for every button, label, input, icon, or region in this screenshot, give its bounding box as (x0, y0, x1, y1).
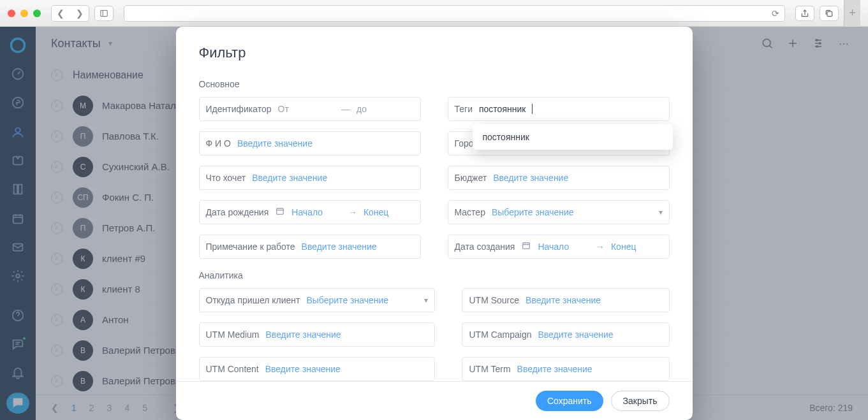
field-note[interactable]: Примечание к работе (199, 235, 421, 259)
close-window-icon[interactable] (8, 10, 15, 17)
back-button[interactable]: ❮ (52, 6, 70, 21)
field-created-start-input[interactable] (538, 242, 589, 252)
field-id-to-input[interactable] (357, 104, 413, 114)
field-created-end-input[interactable] (611, 242, 663, 252)
chevron-down-icon[interactable]: ▾ (424, 296, 428, 305)
field-wants-input[interactable] (252, 173, 413, 183)
field-birth-end-input[interactable] (364, 207, 414, 217)
field-wants[interactable]: Что хочет (199, 166, 421, 190)
field-source[interactable]: Откуда пришел клиент ▾ (199, 288, 436, 312)
section-analytics-label: Аналитика (199, 270, 670, 280)
field-fio-label: Ф И О (206, 138, 231, 148)
maximize-window-icon[interactable] (33, 10, 41, 17)
tags-suggestion-item[interactable]: постоянник (483, 132, 663, 142)
svg-rect-0 (101, 10, 108, 16)
field-utm-campaign-input[interactable] (538, 329, 663, 340)
filter-modal: Фильтр Основное Идентификатор — Теги пос… (176, 27, 693, 420)
calendar-icon[interactable] (275, 206, 285, 219)
field-id[interactable]: Идентификатор — (199, 97, 421, 121)
svg-rect-29 (277, 208, 284, 214)
field-note-label: Примечание к работе (206, 242, 295, 252)
field-id-from-input[interactable] (278, 104, 335, 114)
svg-rect-2 (827, 11, 832, 17)
field-budget[interactable]: Бюджет (448, 166, 670, 190)
chevron-down-icon[interactable]: ▾ (659, 208, 663, 217)
minimize-window-icon[interactable] (20, 10, 28, 17)
new-tab-button[interactable]: + (844, 0, 860, 27)
field-budget-input[interactable] (493, 173, 662, 183)
field-fio-input[interactable] (237, 138, 414, 148)
field-utm-source-label: UTM Source (469, 295, 519, 305)
field-id-sep: — (341, 104, 350, 114)
field-birth-label: Дата рождения (206, 207, 269, 217)
address-bar[interactable]: ⟳ (124, 5, 785, 22)
field-utm-term[interactable]: UTM Term (462, 357, 669, 381)
sidebar-toggle-icon[interactable] (94, 6, 114, 21)
field-created-label: Дата создания (455, 242, 515, 252)
field-birth-start-input[interactable] (291, 207, 342, 217)
field-wants-label: Что хочет (206, 173, 246, 183)
field-source-input[interactable] (306, 295, 418, 305)
browser-chrome: ❮ ❯ ⟳ + (0, 0, 868, 27)
tabs-button[interactable] (820, 6, 839, 21)
close-button[interactable]: Закрыть (611, 391, 670, 411)
traffic-lights (8, 10, 41, 17)
field-utm-content-label: UTM Content (206, 364, 259, 374)
field-utm-source-input[interactable] (526, 295, 662, 305)
field-utm-campaign-label: UTM Campaign (469, 329, 531, 340)
field-utm-term-input[interactable] (517, 364, 663, 374)
svg-rect-31 (523, 243, 530, 249)
calendar-icon[interactable] (521, 240, 531, 253)
field-utm-content[interactable]: UTM Content (199, 357, 436, 381)
field-master-input[interactable] (492, 207, 652, 217)
field-utm-medium-label: UTM Medium (206, 329, 260, 340)
field-utm-campaign[interactable]: UTM Campaign (462, 322, 669, 347)
field-utm-medium-input[interactable] (266, 329, 429, 340)
field-master[interactable]: Мастер ▾ (448, 200, 670, 224)
field-fio[interactable]: Ф И О (199, 131, 421, 156)
field-created[interactable]: Дата создания → (448, 235, 670, 259)
share-button[interactable] (795, 6, 814, 21)
field-tags-value: постоянник (479, 104, 526, 114)
field-tags[interactable]: Теги постоянник постоянник (448, 97, 670, 121)
tags-autocomplete-dropdown: постоянник (473, 124, 673, 150)
modal-overlay[interactable]: Фильтр Основное Идентификатор — Теги пос… (0, 27, 868, 420)
save-button[interactable]: Сохранить (536, 391, 603, 411)
field-source-label: Откуда пришел клиент (206, 295, 300, 305)
field-utm-source[interactable]: UTM Source (462, 288, 669, 312)
field-budget-label: Бюджет (455, 173, 487, 183)
modal-footer: Сохранить Закрыть (176, 381, 693, 420)
field-birth[interactable]: Дата рождения → (199, 200, 421, 224)
field-note-input[interactable] (302, 242, 414, 252)
field-utm-term-label: UTM Term (469, 364, 510, 374)
arrow-right-icon: → (348, 207, 357, 217)
field-utm-medium[interactable]: UTM Medium (199, 322, 436, 347)
modal-title: Фильтр (199, 45, 670, 61)
reload-icon[interactable]: ⟳ (772, 8, 779, 18)
field-id-label: Идентификатор (206, 104, 272, 114)
section-main-label: Основное (199, 79, 670, 89)
field-master-label: Мастер (455, 207, 485, 217)
forward-button[interactable]: ❯ (71, 6, 89, 21)
field-utm-content-input[interactable] (265, 364, 429, 374)
field-tags-label: Теги (455, 104, 473, 114)
nav-arrows: ❮ ❯ (51, 5, 89, 22)
arrow-right-icon: → (596, 242, 605, 252)
